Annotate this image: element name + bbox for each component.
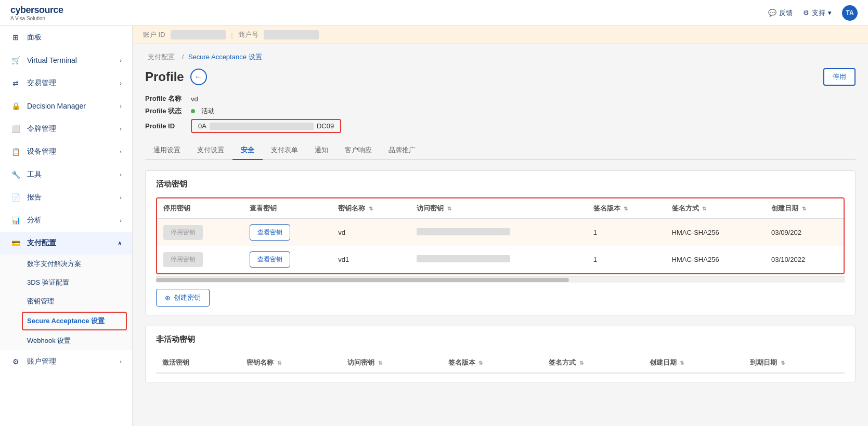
sort-icon: ⇅ [447, 206, 451, 211]
sidebar-item-device[interactable]: 📋 设备管理 › [0, 140, 132, 163]
active-keys-title: 活动密钥 [156, 179, 845, 189]
sidebar-item-token[interactable]: ⬜ 令牌管理 › [0, 117, 132, 140]
profile-name-row: Profile 名称 vd [145, 94, 856, 103]
chevron-down-icon: › [120, 217, 122, 223]
merchant-id-label: 商户号 [238, 30, 258, 39]
sidebar-item-reports[interactable]: 📄 报告 › [0, 186, 132, 209]
sidebar-item-dashboard[interactable]: ⊞ 面板 [0, 26, 132, 49]
page-disable-button[interactable]: 停用 [823, 68, 856, 86]
horizontal-scrollbar[interactable] [156, 276, 845, 283]
device-icon: 📋 [10, 147, 21, 157]
table-row: 停用密钥 查看密钥 vd1 1 HMAC-SHA256 03/10/2022 [157, 246, 844, 273]
tab-brand-promo[interactable]: 品牌推广 [380, 141, 424, 160]
sidebar-item-label: 报告 [27, 193, 42, 202]
tab-notification[interactable]: 通知 [306, 141, 336, 160]
chevron-down-icon: › [120, 126, 122, 132]
sidebar-item-tools[interactable]: 🔧 工具 › [0, 163, 132, 186]
view-key-button[interactable]: 查看密钥 [250, 224, 290, 241]
disable-key-button-2[interactable]: 停用密钥 [163, 252, 203, 267]
col-sign-method: 签名方式 ⇅ [666, 198, 765, 219]
brand-name: cybersource [10, 5, 63, 16]
profile-status-row: Profile 状态 活动 [145, 106, 856, 116]
support-button[interactable]: ⚙ 支持 ▾ [803, 8, 832, 18]
topbar-right: 💬 反馈 ⚙ 支持 ▾ TA [768, 5, 858, 21]
cell-view-btn: 查看密钥 [243, 219, 332, 246]
tab-security[interactable]: 安全 [232, 141, 263, 160]
sidebar-item-virtual-terminal[interactable]: 🛒 Virtual Terminal › [0, 49, 132, 72]
col-access-key: 访问密钥 ⇅ [410, 198, 587, 219]
sidebar: ⊞ 面板 🛒 Virtual Terminal › ⇄ 交易管理 › 🔒 Dec… [0, 26, 133, 426]
table-header-row: 停用密钥 查看密钥 密钥名称 ⇅ 访问密钥 ⇅ 签名版本 ⇅ 签名方式 ⇅ 创建… [157, 198, 844, 219]
sidebar-item-transaction[interactable]: ⇄ 交易管理 › [0, 72, 132, 95]
profile-status-value: 活动 [201, 106, 215, 116]
feedback-button[interactable]: 💬 反馈 [768, 8, 793, 18]
user-avatar[interactable]: TA [842, 5, 858, 21]
sidebar-item-payment-config[interactable]: 💳 支付配置 ∧ [0, 232, 132, 255]
inactive-keys-table-wrapper: 激活密钥 密钥名称 ⇅ 访问密钥 ⇅ 签名版本 ⇅ 签名方式 ⇅ 创建日期 ⇅ … [156, 353, 845, 374]
sort-icon: ⇅ [702, 206, 706, 211]
col-key-name: 密钥名称 ⇅ [332, 198, 410, 219]
sidebar-item-label: 支付配置 [27, 238, 56, 248]
back-button[interactable]: ← [190, 69, 207, 85]
chevron-down-icon: › [120, 80, 122, 86]
col-sign-version: 签名版本 ⇅ [587, 198, 666, 219]
tab-general[interactable]: 通用设置 [145, 141, 189, 160]
col-sign-method: 签名方式 ⇅ [542, 353, 643, 373]
sidebar-item-label: Virtual Terminal [27, 56, 77, 64]
sidebar-sub-item-3ds-config[interactable]: 3DS 验证配置 [0, 273, 132, 292]
sidebar-item-account-management[interactable]: ⚙ 账户管理 › [0, 350, 132, 373]
cell-key-name-2: vd1 [332, 246, 410, 273]
profile-info: Profile 名称 vd Profile 状态 活动 Profile ID 0… [145, 94, 856, 133]
sidebar-sub-item-digital-payment[interactable]: 数字支付解决方案 [0, 255, 132, 273]
active-keys-table: 停用密钥 查看密钥 密钥名称 ⇅ 访问密钥 ⇅ 签名版本 ⇅ 签名方式 ⇅ 创建… [157, 198, 844, 273]
tab-customer-response[interactable]: 客户响应 [336, 141, 380, 160]
sort-icon: ⇅ [369, 206, 373, 211]
cell-view-btn: 查看密钥 [243, 246, 332, 273]
reports-icon: 📄 [10, 192, 21, 203]
chevron-down-icon: › [120, 149, 122, 155]
tab-payment-settings[interactable]: 支付设置 [189, 141, 232, 160]
sidebar-sub-item-secure-acceptance[interactable]: Secure Acceptance 设置 [22, 312, 127, 330]
merchant-id-value [264, 30, 319, 39]
active-keys-table-wrapper: 停用密钥 查看密钥 密钥名称 ⇅ 访问密钥 ⇅ 签名版本 ⇅ 签名方式 ⇅ 创建… [156, 197, 845, 283]
cell-sign-version-2: 1 [587, 246, 666, 273]
col-created-date: 创建日期 ⇅ [765, 198, 844, 219]
sidebar-item-analytics[interactable]: 📊 分析 › [0, 209, 132, 232]
profile-id-row: Profile ID 0A DC09 [145, 119, 856, 133]
chevron-down-icon: ▾ [828, 9, 832, 17]
profile-id-suffix: DC09 [317, 122, 334, 130]
breadcrumb: 支付配置 / Secure Acceptance 设置 [145, 52, 856, 62]
separator: | [231, 31, 232, 39]
col-view-key: 查看密钥 [243, 198, 332, 219]
breadcrumb-current[interactable]: Secure Acceptance 设置 [188, 53, 262, 61]
sidebar-item-label: Decision Manager [27, 102, 86, 110]
page-title: Profile [145, 70, 184, 84]
sidebar-sub-item-key-management[interactable]: 密钥管理 [0, 292, 132, 311]
sort-icon: ⇅ [802, 206, 806, 211]
profile-name-value: vd [191, 95, 198, 103]
chevron-down-icon: › [120, 194, 122, 201]
sidebar-item-label: 令牌管理 [27, 124, 56, 134]
analytics-icon: 📊 [10, 215, 21, 225]
breadcrumb-separator: / [182, 53, 184, 61]
feedback-icon: 💬 [768, 9, 776, 17]
tab-payment-form[interactable]: 支付表单 [263, 141, 306, 160]
disable-key-button[interactable]: 停用密钥 [163, 225, 203, 240]
table-header-row: 激活密钥 密钥名称 ⇅ 访问密钥 ⇅ 签名版本 ⇅ 签名方式 ⇅ 创建日期 ⇅ … [156, 353, 845, 373]
scrollbar-thumb[interactable] [156, 278, 569, 282]
create-key-button[interactable]: ⊕ 创建密钥 [156, 289, 210, 307]
view-key-button-2[interactable]: 查看密钥 [250, 251, 290, 268]
table-row: 停用密钥 查看密钥 vd 1 HMAC-SHA256 03/09/202 [157, 219, 844, 246]
tabs: 通用设置 支付设置 安全 支付表单 通知 客户响应 品牌推广 [145, 141, 856, 160]
cell-access-key [410, 219, 587, 246]
chevron-down-icon: › [120, 57, 122, 63]
dashboard-icon: ⊞ [10, 32, 21, 43]
sidebar-item-decision-manager[interactable]: 🔒 Decision Manager › [0, 95, 132, 117]
page-content: 支付配置 / Secure Acceptance 设置 Profile ← 停用… [133, 44, 868, 391]
sort-icon: ⇅ [624, 206, 628, 211]
tools-icon: 🔧 [10, 169, 21, 180]
sidebar-sub-item-webhook[interactable]: Webhook 设置 [0, 331, 132, 350]
cell-sign-method-2: HMAC-SHA256 [666, 246, 765, 273]
token-icon: ⬜ [10, 124, 21, 134]
cell-disable-btn: 停用密钥 [157, 219, 243, 246]
